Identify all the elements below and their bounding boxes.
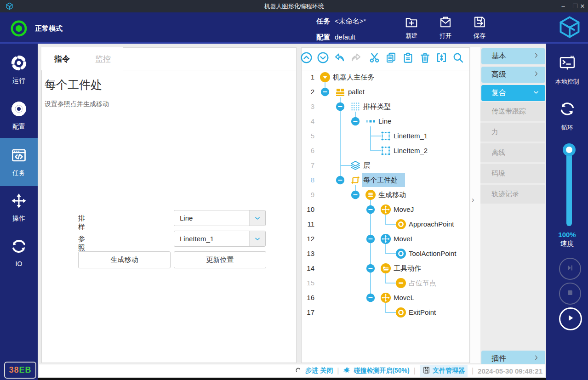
collapse-node-button[interactable] xyxy=(366,293,375,302)
generate-move-button[interactable]: 生成移动 xyxy=(78,251,171,268)
stop-button[interactable] xyxy=(559,283,581,305)
undo-button[interactable] xyxy=(333,52,346,65)
form-field-label: 排样 xyxy=(78,214,85,232)
save-button-label: 保存 xyxy=(474,32,485,40)
new-button[interactable]: 新建 xyxy=(405,15,418,40)
palette-item[interactable]: 力 xyxy=(480,123,545,142)
move-down-icon xyxy=(317,51,329,66)
chevron-down-icon[interactable] xyxy=(249,210,265,226)
search-button[interactable] xyxy=(451,52,464,65)
mode-indicator-icon[interactable] xyxy=(10,20,28,39)
category-advanced[interactable]: 高级 xyxy=(481,67,545,83)
palette-item[interactable]: 离线 xyxy=(480,143,545,162)
open-button[interactable]: 打开 xyxy=(439,15,452,40)
tree-node-label: ApproachPoint xyxy=(409,220,454,228)
tree-row[interactable] xyxy=(317,114,469,129)
status-bar: 步进 关闭 | 碰撞检测开启(50%) | 文件管理器 | 2024-05-30… xyxy=(39,364,545,378)
move-down-button[interactable] xyxy=(316,52,329,65)
collapse-node-button[interactable] xyxy=(336,176,345,185)
collapse-node-button[interactable] xyxy=(366,234,375,244)
line-number: 13 xyxy=(301,250,314,257)
delete-button[interactable] xyxy=(418,52,431,65)
status-file-manager[interactable]: 文件管理器 xyxy=(420,365,468,377)
sidebar-item-config[interactable]: 配置 xyxy=(0,97,38,134)
paste-button[interactable] xyxy=(401,52,414,65)
update-position-button[interactable]: 更新位置 xyxy=(174,251,266,268)
collapse-node-button[interactable] xyxy=(351,117,360,126)
main-panel xyxy=(41,47,297,363)
palette-item[interactable]: 码垛 xyxy=(480,164,545,183)
chevron-right-icon[interactable]: › xyxy=(472,195,474,204)
collapse-node-button[interactable] xyxy=(366,205,375,214)
status-collision[interactable]: 碰撞检测开启(50%) xyxy=(343,366,409,376)
window-title: 机器人图形化编程环境 xyxy=(0,0,588,12)
speed-value: 100% xyxy=(546,231,588,238)
layers-node-icon xyxy=(350,160,361,171)
tree-node-label: Line xyxy=(378,117,391,125)
sidebar-item-task[interactable]: 任务 xyxy=(0,138,38,186)
close-button[interactable]: ✕ xyxy=(577,0,588,12)
move-node-icon xyxy=(380,204,391,215)
palette-item[interactable]: 传送带跟踪 xyxy=(480,102,545,121)
collapse-node-button[interactable] xyxy=(320,87,330,96)
sidebar-item-run[interactable]: 运行 xyxy=(0,51,38,88)
status-step[interactable]: 步进 关闭 xyxy=(295,366,333,375)
collapse-node-button[interactable] xyxy=(366,264,375,273)
move-node-icon xyxy=(380,233,391,244)
delete-icon xyxy=(419,51,431,66)
chevron-right-icon xyxy=(533,70,540,79)
rightnav-item-local-control[interactable]: 本地控制 xyxy=(546,51,588,88)
fold-button[interactable] xyxy=(435,52,448,65)
new-button-label: 新建 xyxy=(405,32,417,40)
tab-monitor[interactable]: 监控 xyxy=(83,47,123,70)
line-number: 10 xyxy=(301,205,314,213)
tree-node-label: ToolActionPoint xyxy=(409,250,456,257)
io-icon xyxy=(11,238,27,256)
run-icon xyxy=(11,55,27,73)
minimize-button[interactable]: – xyxy=(557,0,569,12)
category-basic[interactable]: 基本 xyxy=(481,48,545,64)
chevron-down-icon[interactable] xyxy=(249,231,265,246)
collapse-node-button[interactable] xyxy=(336,102,345,111)
collapse-node-button[interactable] xyxy=(351,190,360,199)
linesq-node-icon xyxy=(365,116,376,127)
loop-node-icon xyxy=(350,175,361,186)
tree-row[interactable] xyxy=(317,276,469,290)
tree-node-label: MoveL xyxy=(394,294,414,301)
copy-button[interactable] xyxy=(384,52,397,65)
line-number: 11 xyxy=(301,220,314,228)
select-pattern[interactable]: Line xyxy=(174,210,266,226)
skip-icon xyxy=(565,263,575,275)
tab-command[interactable]: 指令 xyxy=(41,47,83,70)
panel-collapse-handle[interactable] xyxy=(470,47,480,363)
line-number: 7 xyxy=(301,161,314,169)
redo-button[interactable] xyxy=(349,52,362,65)
slider-thumb[interactable] xyxy=(563,143,576,156)
status-separator: | xyxy=(472,367,474,375)
tree-row[interactable] xyxy=(317,305,469,320)
select-reference-point[interactable]: LineItem_1 xyxy=(174,231,266,247)
sidebar-item-io[interactable]: IO xyxy=(0,235,38,270)
point-node-icon xyxy=(395,248,406,259)
chevron-down-icon xyxy=(532,89,540,98)
tree-node-label: LineItem_2 xyxy=(394,147,428,154)
palette-item[interactable]: 轨迹记录 xyxy=(480,185,545,204)
cut-button[interactable] xyxy=(368,52,381,65)
tree-row[interactable] xyxy=(317,158,469,173)
dashsq-node-icon xyxy=(380,145,391,156)
point-node-icon xyxy=(395,307,406,318)
skip-button[interactable] xyxy=(559,258,581,280)
play-button[interactable] xyxy=(559,307,582,330)
rightnav-item-cycle[interactable]: 循环 xyxy=(546,97,588,134)
move-up-button[interactable] xyxy=(300,52,313,65)
tree-node-label: 机器人主任务 xyxy=(333,73,374,82)
task-value: <未命名>* xyxy=(335,17,366,26)
line-number: 2 xyxy=(301,88,314,96)
sidebar-item-operate[interactable]: 操作 xyxy=(0,189,38,226)
category-composite[interactable]: 复合 xyxy=(481,85,545,101)
status-timestamp: 2024-05-30 09:48:21 xyxy=(478,367,542,375)
tree-node-label: 工具动作 xyxy=(394,264,421,273)
file-manager-icon xyxy=(422,366,430,375)
tree-node-label: MoveL xyxy=(394,235,414,243)
save-button[interactable]: 保存 xyxy=(473,15,486,40)
